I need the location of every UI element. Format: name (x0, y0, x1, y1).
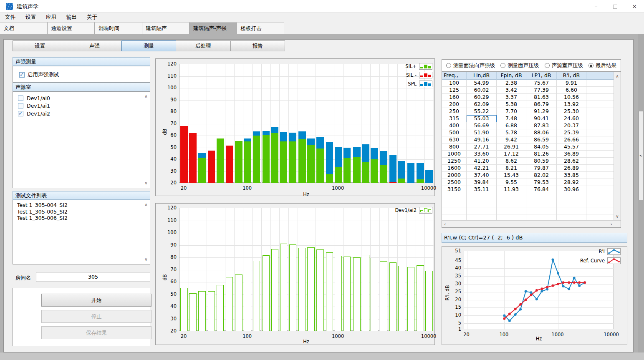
table-cell[interactable] (497, 193, 526, 200)
result-view-radio[interactable]: 测量面声压级 (500, 62, 539, 69)
table-cell[interactable]: 60.29 (467, 94, 497, 101)
table-cell[interactable]: 1000 (442, 151, 467, 158)
start-button[interactable]: 开始 (41, 294, 152, 307)
stop-button[interactable]: 停止 (41, 310, 152, 323)
table-cell[interactable] (586, 80, 614, 87)
table-cell[interactable]: 1250 (442, 158, 467, 165)
legend-series-icon[interactable] (419, 72, 432, 78)
table-cell[interactable]: 81.63 (526, 94, 557, 101)
table-cell[interactable] (586, 165, 614, 172)
subtab-settings[interactable]: 设置 (13, 40, 67, 51)
table-cell[interactable]: 250 (442, 108, 467, 115)
scroll-right-icon[interactable]: › (611, 222, 612, 227)
table-row[interactable]: 31555.037.4890.4124.60 (442, 115, 614, 122)
table-cell[interactable]: 35.11 (467, 186, 497, 193)
table-cell[interactable] (442, 200, 467, 207)
table-cell[interactable]: 87.83 (526, 122, 557, 129)
table-cell[interactable] (467, 200, 497, 207)
table-cell[interactable]: 7.70 (497, 108, 526, 115)
table-cell[interactable]: 36.89 (557, 151, 586, 158)
legend-series-icon[interactable] (607, 257, 621, 264)
table-cell[interactable]: 20.37 (557, 122, 586, 129)
tab-building-insulation[interactable]: 建筑隔声 (142, 22, 190, 34)
table-cell[interactable] (586, 129, 614, 136)
table-cell[interactable]: 86.79 (526, 101, 557, 108)
menu-application[interactable]: 应用 (41, 14, 61, 21)
enable-intensity-checkbox[interactable]: 启用声强测试 (19, 71, 59, 78)
result-view-radio[interactable]: 测量面法向声强级 (446, 62, 495, 69)
test-file-row[interactable]: Test 1_305-004_SI2 (13, 202, 150, 209)
radio-icon[interactable] (588, 63, 593, 68)
table-cell[interactable]: 76.84 (526, 186, 557, 193)
table-row[interactable]: 12560.023.4277.396.60 (442, 87, 614, 94)
table-row[interactable]: 100033.6017.1281.2636.89 (442, 151, 614, 158)
table-cell[interactable]: 500 (442, 129, 467, 136)
device-checkbox[interactable] (18, 111, 23, 116)
table-cell[interactable]: 8.62 (497, 158, 526, 165)
menu-about[interactable]: 关于 (82, 14, 102, 21)
close-button[interactable]: × (625, 0, 644, 13)
tab-reverb-time[interactable]: 混响时间 (95, 22, 142, 34)
table-cell[interactable] (467, 207, 497, 214)
device-row[interactable]: Dev1/ai0 (13, 94, 150, 102)
table-cell[interactable]: 6.88 (497, 122, 526, 129)
table-cell[interactable]: 1600 (442, 165, 467, 172)
table-cell[interactable] (586, 122, 614, 129)
room-name-input[interactable]: 305 (36, 272, 150, 282)
table-cell[interactable] (586, 186, 614, 193)
result-view-radio[interactable]: 声源室声压级 (545, 62, 583, 69)
table-cell[interactable]: 26.66 (557, 136, 586, 143)
table-cell[interactable]: 800 (442, 143, 467, 151)
table-cell[interactable]: 77.39 (526, 87, 557, 94)
table-row[interactable]: 50051.905.7888.0625.39 (442, 129, 614, 136)
table-cell[interactable]: 82.02 (526, 172, 557, 179)
table-cell[interactable]: 86.59 (526, 136, 557, 143)
device-listbox[interactable]: Dev1/ai0Dev1/ai1Dev1/ai2 ∧ ∨ (13, 91, 150, 188)
table-cell[interactable]: 79.87 (526, 165, 557, 172)
scroll-left-icon[interactable]: ‹ (444, 222, 446, 227)
table-cell[interactable]: 3150 (442, 186, 467, 193)
table-cell[interactable] (586, 172, 614, 179)
table-cell[interactable] (557, 193, 586, 200)
legend-series-icon[interactable] (419, 81, 432, 87)
table-cell[interactable] (497, 200, 526, 207)
maximize-button[interactable] (606, 0, 625, 13)
table-cell[interactable] (442, 207, 467, 214)
table-cell[interactable]: 125 (442, 87, 467, 94)
table-cell[interactable]: 2000 (442, 172, 467, 179)
checkbox-icon[interactable] (19, 72, 25, 78)
table-cell[interactable]: 42.21 (467, 165, 497, 172)
table-row[interactable]: 10054.992.3875.679.91 (442, 80, 614, 87)
table-cell[interactable]: 9.55 (497, 179, 526, 186)
table-cell[interactable]: 3.37 (497, 94, 526, 101)
table-cell[interactable]: 62.09 (467, 101, 497, 108)
table-cell[interactable]: 56.69 (467, 122, 497, 129)
menu-file[interactable]: 文件 (0, 14, 20, 21)
device-row[interactable]: Dev1/ai2 (13, 110, 150, 118)
minimize-button[interactable]: – (586, 0, 606, 13)
table-cell[interactable]: 200 (442, 101, 467, 108)
table-cell[interactable]: 55.22 (467, 108, 497, 115)
table-cell[interactable] (467, 193, 497, 200)
table-cell[interactable] (557, 207, 586, 214)
table-cell[interactable] (586, 136, 614, 143)
table-cell[interactable]: 15.43 (497, 172, 526, 179)
table-cell[interactable]: 49.16 (467, 136, 497, 143)
table-cell[interactable]: 2.38 (497, 80, 526, 87)
table-cell[interactable]: 80.59 (526, 158, 557, 165)
menu-output[interactable]: 输出 (61, 14, 82, 21)
table-row[interactable] (442, 207, 614, 214)
table-cell[interactable]: 3.42 (497, 87, 526, 94)
table-cell[interactable]: 630 (442, 136, 467, 143)
radio-icon[interactable] (500, 63, 505, 68)
result-view-radio[interactable]: 最后结果 (588, 62, 616, 69)
table-cell[interactable] (526, 200, 557, 207)
table-row[interactable]: 125041.208.6280.5928.62 (442, 158, 614, 165)
scroll-up-icon[interactable]: ∧ (143, 202, 149, 208)
table-cell[interactable]: 60.02 (467, 87, 497, 94)
tab-channel-setup[interactable]: 通道设置 (48, 22, 95, 34)
table-cell[interactable] (557, 200, 586, 207)
table-cell[interactable]: 55.03 (467, 115, 497, 122)
table-cell[interactable] (586, 158, 614, 165)
test-file-row[interactable]: Test 1_305-005_SI2 (13, 209, 150, 215)
